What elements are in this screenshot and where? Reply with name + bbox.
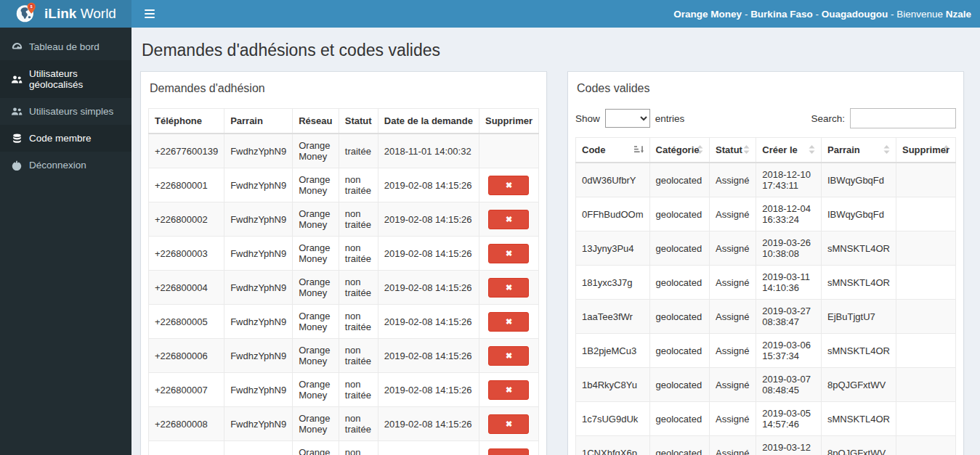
delete-button[interactable]: ✖ [488, 380, 529, 400]
sidebar: Tableau de bordUtilisateurs géolocalisés… [0, 28, 131, 455]
cell-creer_le: 2019-03-07 08:48:45 [756, 368, 822, 402]
cell-creer_le: 2019-03-26 10:38:08 [756, 231, 822, 266]
cell-statut: non traitée [339, 237, 378, 271]
cell-parrain: FwdhzYphN9 [224, 134, 293, 168]
cell-supprimer [479, 134, 538, 168]
cell-telephone: +226800006 [149, 339, 224, 373]
cell-reseau: Orange Money [293, 134, 339, 168]
cell-statut: traitée [339, 134, 378, 168]
cell-telephone: +226800009 [149, 441, 224, 455]
table-row: 13Jyny3Pu4geolocatedAssigné2019-03-26 10… [576, 231, 956, 266]
cell-parrain: FwdhzYphN9 [224, 168, 293, 202]
brand-logo[interactable]: $ iLink World [0, 0, 131, 28]
cell-statut: non traitée [339, 373, 378, 407]
delete-button[interactable]: ✖ [488, 448, 529, 455]
table-row: +226800002FwdhzYphN9Orange Moneynon trai… [149, 202, 539, 237]
cell-supprimer: ✖ [479, 271, 538, 305]
demandes-table: TéléphoneParrainRéseauStatutDate de la d… [148, 108, 539, 455]
cell-supprimer: ✖ [479, 237, 538, 271]
cell-categorie: geolocated [649, 402, 710, 436]
cell-telephone: +226800003 [149, 237, 224, 271]
table-row: 1aaTee3fWrgeolocatedAssigné2019-03-27 08… [576, 300, 956, 334]
cell-date: 2019-02-08 14:15:26 [378, 339, 479, 373]
cell-statut: Assigné [710, 231, 756, 266]
x-icon: ✖ [506, 351, 512, 360]
sidebar-item-tableau-de-bord[interactable]: Tableau de bord [0, 33, 131, 60]
cell-parrain: 8pQJGFxtWV [822, 368, 896, 402]
cell-statut: Assigné [710, 300, 756, 334]
table-row: 0dW36UfbrYgeolocatedAssigné2018-12-10 17… [576, 163, 956, 197]
codes-header-creer-le[interactable]: Créer le [756, 138, 822, 163]
cell-parrain: 8pQJGFxtWV [822, 436, 896, 455]
page-size-control: Showentries [575, 109, 684, 128]
sidebar-item-utilisateurs-simples[interactable]: Utilisateurs simples [0, 98, 131, 125]
cell-statut: Assigné [710, 402, 756, 436]
user-banner-text: - [813, 9, 822, 20]
user-banner-text: Bienvenue [896, 9, 946, 20]
cell-reseau: Orange Money [293, 237, 339, 271]
delete-button[interactable]: ✖ [488, 312, 529, 332]
cell-code: 1b4RkyC8Yu [576, 368, 650, 402]
cell-reseau: Orange Money [293, 407, 339, 441]
cell-statut: non traitée [339, 305, 378, 339]
delete-button[interactable]: ✖ [488, 244, 529, 263]
cell-date: 2019-02-08 14:15:26 [378, 271, 479, 305]
cell-creer_le: 2019-03-06 15:37:34 [756, 334, 822, 368]
delete-button[interactable]: ✖ [488, 176, 529, 195]
cell-statut: non traitée [339, 168, 378, 202]
page-size-select[interactable] [605, 109, 650, 128]
sidebar-toggle-button[interactable] [141, 5, 158, 23]
codes-header-categorie[interactable]: Catégorie [649, 138, 710, 163]
delete-button[interactable]: ✖ [488, 414, 529, 434]
delete-button[interactable]: ✖ [488, 278, 529, 298]
sidebar-item-label: Utilisateurs géolocalisés [29, 68, 121, 90]
table-row: 0FFhBudOOmgeolocatedAssigné2018-12-04 16… [576, 197, 956, 231]
table-row: +22677600139FwdhzYphN9Orange Moneytraité… [149, 134, 539, 168]
cell-date: 2019-02-08 14:15:26 [378, 305, 479, 339]
cell-categorie: geolocated [649, 231, 710, 266]
demandes-header-supprimer: Supprimer [479, 109, 538, 134]
cell-telephone: +226800008 [149, 407, 224, 441]
cell-categorie: geolocated [649, 266, 710, 300]
codes-table: CodeCatégorieStatutCréer leParrainSuppri… [575, 137, 956, 455]
cell-code: 0dW36UfbrY [576, 163, 650, 197]
cell-reseau: Orange Money [293, 202, 339, 237]
cell-telephone: +226800001 [149, 168, 224, 202]
cell-parrain: sMNSKTL4OR [822, 231, 896, 266]
cell-statut: non traitée [339, 202, 378, 237]
sidebar-item-code-membre[interactable]: Code membre [0, 125, 131, 152]
cell-supprimer [896, 368, 955, 402]
delete-button[interactable]: ✖ [488, 210, 529, 229]
cell-parrain: FwdhzYphN9 [224, 441, 293, 455]
search-label: Search: [811, 113, 845, 124]
table-row: 1c7sUG9dUkgeolocatedAssigné2019-03-05 14… [576, 402, 956, 436]
codes-header-parrain[interactable]: Parrain [822, 138, 896, 163]
x-icon: ✖ [506, 283, 512, 292]
codes-header-statut[interactable]: Statut [710, 138, 756, 163]
cell-statut: non traitée [339, 441, 378, 455]
cell-statut: Assigné [710, 436, 756, 455]
cell-creer_le: 2019-03-12 10:54:00 [756, 436, 822, 455]
demandes-panel-title: Demandes d'adhésion [150, 82, 539, 95]
cell-parrain: IBWqyGbqFd [822, 197, 896, 231]
codes-header-code[interactable]: Code [576, 138, 650, 163]
cell-date: 2019-02-08 14:15:26 [378, 237, 479, 271]
table-row: +226800001FwdhzYphN9Orange Moneynon trai… [149, 168, 539, 202]
dashboard-icon [11, 42, 23, 52]
codes-header-supprimer[interactable]: Supprimer [896, 138, 955, 163]
demandes-panel: Demandes d'adhésion TéléphoneParrainRése… [140, 71, 547, 455]
cell-date: 2019-02-08 14:15:26 [378, 202, 479, 237]
user-banner-text: - [742, 9, 750, 20]
sidebar-item-deconnexion[interactable]: Déconnexion [0, 152, 131, 179]
cell-code: 13Jyny3Pu4 [576, 231, 650, 266]
cell-statut: non traitée [339, 407, 378, 441]
cell-statut: Assigné [710, 163, 756, 197]
cell-supprimer [896, 402, 955, 436]
search-input[interactable] [850, 108, 956, 128]
delete-button[interactable]: ✖ [488, 346, 529, 366]
cell-reseau: Orange Money [293, 168, 339, 202]
cell-parrain: sMNSKTL4OR [822, 266, 896, 300]
cell-categorie: geolocated [649, 368, 710, 402]
user-banner-text: Ouagadougou [822, 9, 888, 20]
sidebar-item-utilisateurs-geolocalises[interactable]: Utilisateurs géolocalisés [0, 60, 131, 98]
